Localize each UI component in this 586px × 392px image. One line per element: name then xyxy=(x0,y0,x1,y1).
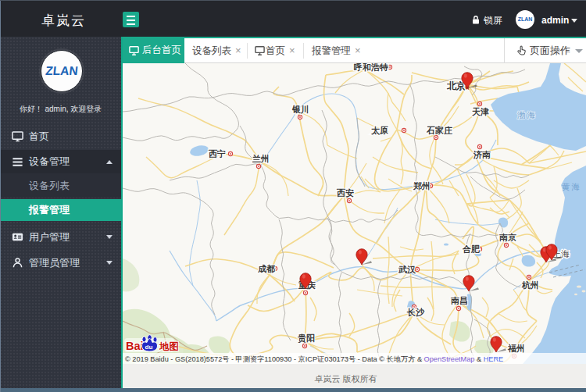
svg-text:成都: 成都 xyxy=(257,264,275,273)
svg-text:兰州: 兰州 xyxy=(252,154,270,163)
svg-text:太原: 太原 xyxy=(370,126,388,135)
svg-text:西安: 西安 xyxy=(336,188,354,198)
svg-text:© 2019 Baidu - GS(2018)5572号 -: © 2019 Baidu - GS(2018)5572号 - 甲测资字11009… xyxy=(125,355,503,363)
svg-text:天津: 天津 xyxy=(471,107,489,116)
svg-text:郑州: 郑州 xyxy=(413,181,431,191)
svg-text:呼和浩特: 呼和浩特 xyxy=(354,63,388,72)
svg-text:地图: 地图 xyxy=(159,341,179,352)
svg-text:杭州: 杭州 xyxy=(521,280,539,290)
svg-text:银川: 银川 xyxy=(291,105,309,114)
svg-text:福州: 福州 xyxy=(507,344,525,353)
svg-text:贵阳: 贵阳 xyxy=(297,333,315,344)
svg-text:合肥: 合肥 xyxy=(462,244,481,254)
svg-text:du: du xyxy=(145,344,153,351)
svg-text:长沙: 长沙 xyxy=(406,308,425,317)
svg-text:南京: 南京 xyxy=(498,233,516,242)
svg-text:黄海: 黄海 xyxy=(562,182,581,191)
svg-text:西宁: 西宁 xyxy=(208,149,226,159)
svg-text:石家庄: 石家庄 xyxy=(426,126,452,135)
svg-text:渤海: 渤海 xyxy=(517,110,537,119)
svg-text:济南: 济南 xyxy=(473,150,491,159)
svg-text:武汉: 武汉 xyxy=(398,265,416,274)
svg-text:Bai: Bai xyxy=(126,340,144,352)
svg-text:南昌: 南昌 xyxy=(450,296,468,305)
